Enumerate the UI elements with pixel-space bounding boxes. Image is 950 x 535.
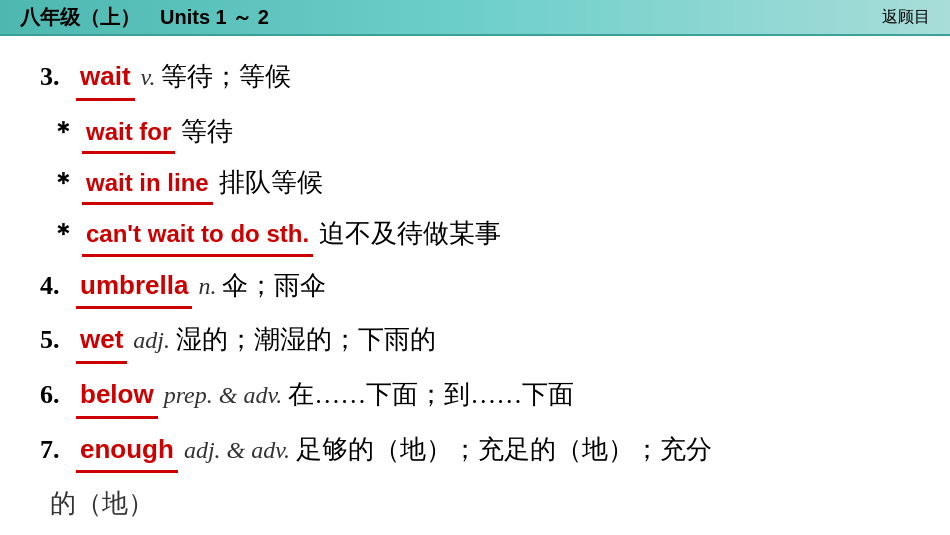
entry-6: 6. below prep. & adv. 在……下面；到……下面: [40, 374, 910, 419]
entry-4: 4. umbrella n. 伞；雨伞: [40, 265, 910, 310]
entry-3-num: 3.: [40, 56, 70, 98]
header-left: 八年级（上） Units 1 ～ 2: [20, 4, 269, 31]
phrase-star-2: ＊: [50, 162, 76, 204]
grade-label: 八年级（上）: [20, 4, 140, 31]
units-label: Units 1 ～ 2: [160, 4, 269, 31]
entry-7-num: 7.: [40, 429, 70, 471]
phrase-wait-for-word: wait for: [82, 113, 175, 154]
entry-4-meaning: 伞；雨伞: [222, 265, 326, 307]
entry-3-meaning: 等待；等候: [161, 56, 291, 98]
entry-7-meaning: 足够的（地）；充足的（地）；充分: [296, 429, 712, 471]
entry-6-num: 6.: [40, 374, 70, 416]
entry-6-meaning: 在……下面；到……下面: [288, 374, 574, 416]
phrase-wait-for: ＊ wait for 等待: [40, 111, 910, 154]
entry-3: 3. wait v. 等待；等候: [40, 56, 910, 101]
entry-4-pos: n.: [198, 267, 216, 305]
entry-7-pos: adj. & adv.: [184, 431, 290, 469]
entry-5-pos: adj.: [133, 321, 170, 359]
back-button[interactable]: 返顾目: [882, 7, 930, 28]
content-area: 3. wait v. 等待；等候 ＊ wait for 等待 ＊ wait in…: [0, 36, 950, 535]
phrase-cant-wait-meaning: 迫不及待做某事: [319, 213, 501, 255]
phrase-star-3: ＊: [50, 213, 76, 255]
entry-5-meaning: 湿的；潮湿的；下雨的: [176, 319, 436, 361]
entry-4-word: umbrella: [76, 265, 192, 310]
entry-3-word: wait: [76, 56, 135, 101]
phrase-cant-wait-word: can't wait to do sth.: [82, 215, 313, 256]
phrase-wait-in-line-word: wait in line: [82, 164, 213, 205]
entry-7-word: enough: [76, 429, 178, 474]
entry-4-num: 4.: [40, 265, 70, 307]
entry-5-num: 5.: [40, 319, 70, 361]
phrase-wait-for-meaning: 等待: [181, 111, 233, 153]
entry-7: 7. enough adj. & adv. 足够的（地）；充足的（地）；充分: [40, 429, 910, 474]
phrase-wait-in-line: ＊ wait in line 排队等候: [40, 162, 910, 205]
phrase-cant-wait: ＊ can't wait to do sth. 迫不及待做某事: [40, 213, 910, 256]
entry-5: 5. wet adj. 湿的；潮湿的；下雨的: [40, 319, 910, 364]
cut-off-text: 的（地）: [40, 483, 910, 525]
phrase-wait-in-line-meaning: 排队等候: [219, 162, 323, 204]
entry-6-word: below: [76, 374, 158, 419]
entry-5-word: wet: [76, 319, 127, 364]
entry-3-pos: v.: [141, 58, 156, 96]
phrase-star-1: ＊: [50, 111, 76, 153]
page-header: 八年级（上） Units 1 ～ 2 返顾目: [0, 0, 950, 36]
entry-6-pos: prep. & adv.: [164, 376, 283, 414]
